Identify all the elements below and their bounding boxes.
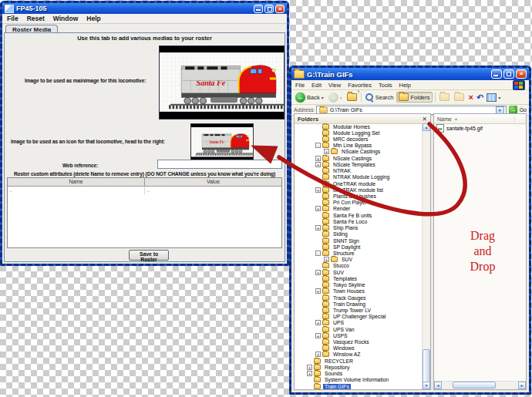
- expand-toggle-icon[interactable]: +: [315, 225, 321, 230]
- collapse-toggle-icon[interactable]: -: [315, 251, 321, 256]
- menu-item-help[interactable]: Help: [86, 15, 100, 22]
- tree-item[interactable]: -Mtn Line Bypass: [295, 143, 423, 149]
- name-cell[interactable]: ..: [8, 187, 145, 194]
- tree-item[interactable]: Train Drawing: [295, 301, 423, 307]
- tree-item-selected[interactable]: Train GIFs: [295, 383, 423, 389]
- expand-toggle-icon[interactable]: +: [307, 365, 312, 370]
- scrollbar-thumb[interactable]: [453, 382, 496, 389]
- tree-item[interactable]: SNNT Sign: [295, 237, 423, 244]
- menu-item-file[interactable]: File: [7, 15, 19, 22]
- tree-item[interactable]: +Repository: [295, 364, 423, 370]
- tree-item[interactable]: System Volume Information: [295, 377, 423, 383]
- menu-item-help[interactable]: Help: [399, 82, 411, 89]
- close-folders-pane-icon[interactable]: ✕: [422, 116, 427, 123]
- tree-vertical-scrollbar[interactable]: ▲ ▼: [422, 123, 430, 389]
- explorer-titlebar[interactable]: G:\Train GIFs ×: [291, 68, 529, 80]
- expand-toggle-icon[interactable]: +: [324, 149, 329, 154]
- tree-item[interactable]: Tokyo Skyline: [295, 281, 423, 288]
- close-button[interactable]: ×: [516, 69, 527, 79]
- save-to-roster-button[interactable]: Save to Roster: [129, 250, 169, 261]
- folders-button[interactable]: Folders: [396, 92, 432, 103]
- scroll-left-icon[interactable]: ◄: [434, 382, 442, 389]
- main-image-preview[interactable]: [159, 45, 285, 119]
- tree-item[interactable]: Module Logging Set: [295, 130, 423, 136]
- close-button[interactable]: ×: [275, 5, 285, 13]
- tree-item[interactable]: UP Challenger Special: [295, 314, 423, 320]
- web-reference-input[interactable]: [157, 160, 282, 169]
- expand-toggle-icon[interactable]: +: [315, 156, 321, 161]
- tree-item[interactable]: Santa Fe B units: [295, 212, 423, 218]
- menu-item-edit[interactable]: Edit: [311, 82, 322, 89]
- tree-item[interactable]: +SUV: [295, 257, 423, 263]
- expand-toggle-icon[interactable]: +: [315, 352, 321, 357]
- scroll-up-icon[interactable]: ▲: [423, 123, 430, 131]
- delete-button[interactable]: ×: [467, 93, 475, 102]
- minimize-button[interactable]: [254, 5, 263, 13]
- up-button[interactable]: ↑: [345, 93, 359, 102]
- menu-item-view[interactable]: View: [328, 82, 341, 89]
- file-horizontal-scrollbar[interactable]: ◄ ►: [434, 381, 526, 389]
- address-dropdown-icon[interactable]: ▾: [496, 106, 504, 114]
- tree-item[interactable]: MRC decoders: [295, 136, 423, 142]
- expand-toggle-icon[interactable]: +: [307, 371, 312, 376]
- file-item[interactable]: santafe-fp45.gif: [434, 123, 526, 133]
- tree-item[interactable]: +UPS: [295, 320, 423, 326]
- tree-item[interactable]: Santa Fe Loco: [295, 218, 423, 224]
- expand-toggle-icon[interactable]: +: [315, 320, 321, 325]
- jmri-titlebar[interactable]: FP45-105 ×: [2, 3, 287, 14]
- menu-item-reset[interactable]: Reset: [27, 15, 45, 22]
- tree-item[interactable]: +USPS: [295, 332, 423, 338]
- back-dropdown-icon[interactable]: ▾: [322, 95, 324, 100]
- tree-item[interactable]: Modular Homes: [295, 123, 423, 130]
- tree-item[interactable]: Templates: [295, 275, 423, 281]
- menu-item-window[interactable]: Window: [53, 15, 79, 22]
- scrollbar-thumb[interactable]: [423, 349, 430, 385]
- tree-item[interactable]: -Structure: [295, 250, 423, 256]
- forward-button[interactable]: → ▾: [327, 92, 344, 103]
- tree-item[interactable]: Windows: [295, 345, 423, 352]
- minimize-button[interactable]: [491, 69, 502, 79]
- expand-toggle-icon[interactable]: +: [315, 270, 321, 275]
- name-column-header[interactable]: Name ▲: [434, 116, 515, 122]
- tree-item[interactable]: +oNeTRAK module list: [295, 187, 423, 193]
- go-label[interactable]: Go: [520, 107, 527, 113]
- tree-item[interactable]: Vasquez Rocks: [295, 338, 423, 345]
- undo-button[interactable]: ↶: [476, 93, 483, 102]
- tree-item[interactable]: Pri Con Player: [295, 200, 423, 206]
- icon-image-preview[interactable]: [190, 123, 254, 161]
- tree-item[interactable]: Plants and bushes: [295, 193, 423, 199]
- tree-item[interactable]: +NScale Castings: [295, 155, 423, 161]
- expand-toggle-icon[interactable]: +: [315, 333, 321, 338]
- back-button[interactable]: ← Back ▾: [294, 92, 325, 103]
- tree-item[interactable]: +NScale Castings: [295, 149, 423, 155]
- menu-item-tools[interactable]: Tools: [379, 82, 392, 89]
- tree-item[interactable]: NTRAK: [295, 168, 423, 174]
- search-button[interactable]: Search: [364, 93, 396, 102]
- tree-item[interactable]: Track Gauges: [295, 294, 423, 301]
- expand-toggle-icon[interactable]: +: [315, 206, 321, 211]
- tree-item[interactable]: NTRAK Module Logging: [295, 174, 423, 180]
- tree-item[interactable]: UPS Van: [295, 326, 423, 332]
- expand-toggle-icon[interactable]: +: [324, 257, 329, 262]
- tree-item[interactable]: Stucco: [295, 263, 423, 269]
- tree-item[interactable]: SP Daylight: [295, 244, 423, 250]
- tree-item[interactable]: Siding: [295, 231, 423, 237]
- tree-item[interactable]: Trump Tower LV: [295, 307, 423, 313]
- views-button[interactable]: ▾: [485, 93, 502, 103]
- maximize-button[interactable]: [503, 69, 514, 79]
- collapse-toggle-icon[interactable]: -: [315, 143, 321, 148]
- expand-toggle-icon[interactable]: +: [315, 162, 321, 167]
- expand-toggle-icon[interactable]: +: [315, 187, 321, 193]
- maximize-button[interactable]: [264, 5, 274, 13]
- tree-item[interactable]: +Winslow AZ: [295, 352, 423, 358]
- tree-item[interactable]: +Ship Plans: [295, 225, 423, 231]
- tree-item[interactable]: OneTRAK module: [295, 180, 423, 187]
- tree-item[interactable]: +NScale Templates: [295, 161, 423, 167]
- tree-item[interactable]: +Sounds: [295, 371, 423, 377]
- tree-item[interactable]: RECYCLER: [295, 358, 423, 364]
- menu-item-favorites[interactable]: Favorites: [348, 82, 372, 89]
- value-cell[interactable]: ..: [145, 187, 281, 194]
- scroll-down-icon[interactable]: ▼: [423, 382, 430, 389]
- tree-item[interactable]: +Render: [295, 206, 423, 212]
- menu-item-file[interactable]: File: [295, 82, 305, 89]
